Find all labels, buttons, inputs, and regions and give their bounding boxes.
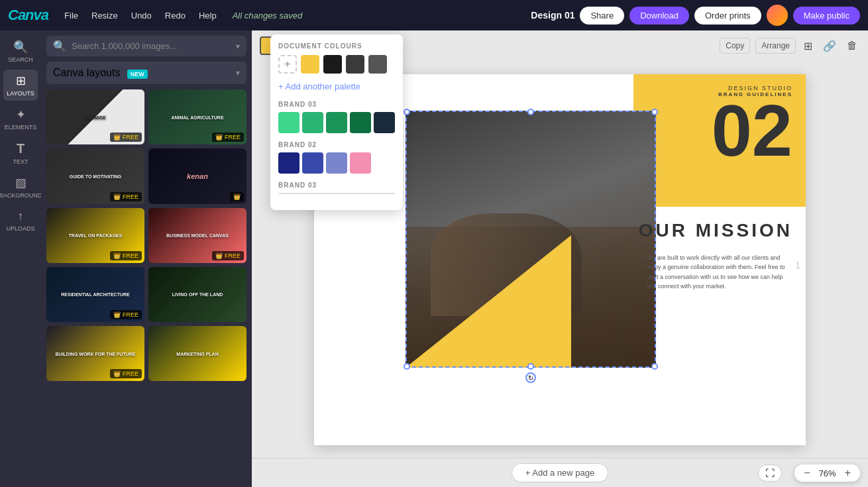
brand-02-color-4[interactable] bbox=[350, 152, 371, 174]
nav-help[interactable]: Help bbox=[193, 8, 222, 23]
layout-thumb-9[interactable]: BUILDING WORK FOR THE FUTURE 👑 FREE bbox=[46, 326, 144, 381]
topbar: Canva File Resize Undo Redo Help All cha… bbox=[0, 0, 868, 30]
zoom-controls: − 76% + bbox=[794, 464, 860, 482]
brand-03-color-1[interactable] bbox=[278, 112, 299, 133]
sidebar-label-elements: ELEMENTS bbox=[5, 124, 37, 131]
sidebar-item-search[interactable]: 🔍 SEARCH bbox=[3, 36, 38, 67]
zoom-in-button[interactable]: + bbox=[842, 467, 853, 479]
layouts-chevron-icon: ▾ bbox=[236, 68, 240, 78]
topbar-nav: File Resize Undo Redo Help bbox=[59, 8, 222, 23]
layout-thumb-7[interactable]: RESIDENTIAL ARCHITECTURE 👑 FREE bbox=[46, 267, 144, 322]
topbar-right: Design 01 Share Download Order prints Ma… bbox=[531, 5, 860, 26]
order-prints-button[interactable]: Order prints bbox=[694, 7, 761, 25]
sidebar-item-layouts[interactable]: ⊞ LAYOUTS bbox=[3, 70, 38, 101]
layout-thumb-10[interactable]: MARKETING PLAN bbox=[148, 326, 246, 381]
sidebar-label-background: BACKGROUND bbox=[0, 192, 42, 199]
grid-icon-button[interactable]: ⊞ bbox=[801, 37, 815, 55]
layout-thumb-1[interactable]: MINIMISE 👑 FREE bbox=[46, 89, 144, 144]
sidebar-item-uploads[interactable]: ↑ UPLOADS bbox=[3, 205, 38, 236]
sidebar-item-text[interactable]: T TEXT bbox=[3, 137, 38, 169]
sidebar-label-text: TEXT bbox=[13, 158, 28, 165]
copy-button[interactable]: Copy bbox=[720, 38, 750, 54]
canva-layouts-row[interactable]: Canva layouts NEW ▾ bbox=[46, 62, 246, 84]
nav-resize[interactable]: Resize bbox=[86, 8, 123, 23]
thumb-label-8: LIVING OFF THE LAND bbox=[172, 292, 223, 297]
layout-thumb-5[interactable]: TRAVEL ON PACKAGES 👑 FREE bbox=[46, 208, 144, 263]
layout-thumb-4[interactable]: kenan 👑 bbox=[148, 148, 246, 203]
layout-thumb-3[interactable]: GUIDE TO MOTIVATING 👑 FREE bbox=[46, 148, 144, 203]
free-badge-7: 👑 FREE bbox=[110, 310, 142, 319]
zoom-out-button[interactable]: − bbox=[801, 467, 812, 479]
sidebar-item-background[interactable]: ▧ BACKGROUND bbox=[3, 172, 38, 203]
brand-03-label: BRAND 03 bbox=[278, 101, 395, 108]
nav-file[interactable]: File bbox=[59, 8, 83, 23]
brand-02-color-1[interactable] bbox=[278, 152, 299, 174]
delete-icon-button[interactable]: 🗑 bbox=[844, 37, 860, 54]
brand-03-b-section: BRAND 03 bbox=[278, 182, 395, 194]
mission-body-text: We are built to work directly with all o… bbox=[647, 253, 792, 292]
brand-02-color-2[interactable] bbox=[302, 152, 323, 174]
free-badge-1: 👑 FREE bbox=[110, 133, 142, 142]
text-icon: T bbox=[17, 141, 25, 156]
main-layout: 🔍 SEARCH ⊞ LAYOUTS ✦ ELEMENTS T TEXT ▧ B… bbox=[0, 30, 868, 487]
thumb-label-4: kenan bbox=[187, 172, 208, 180]
rotate-handle[interactable]: ↻ bbox=[525, 372, 536, 383]
page-number: 1 bbox=[795, 260, 800, 270]
doc-color-4[interactable] bbox=[368, 55, 387, 74]
doc-colors-label: DOCUMENT COLOURS bbox=[278, 42, 395, 50]
search-input[interactable] bbox=[72, 41, 231, 51]
present-button[interactable]: ⛶ bbox=[758, 464, 782, 482]
sidebar-label-uploads: UPLOADS bbox=[6, 225, 34, 232]
canva-layouts-label: Canva layouts NEW bbox=[53, 67, 148, 79]
free-badge-5: 👑 FREE bbox=[110, 251, 142, 260]
uploads-icon: ↑ bbox=[18, 209, 24, 223]
brand-02-label: BRAND 02 bbox=[278, 141, 395, 148]
free-badge-4: 👑 bbox=[230, 192, 244, 201]
nav-redo[interactable]: Redo bbox=[160, 8, 191, 23]
link-icon-button[interactable]: 🔗 bbox=[820, 37, 839, 55]
thumb-label-1: MINIMISE bbox=[85, 115, 106, 119]
layout-thumb-2[interactable]: ANIMAL AGRICULTURE 👑 FREE bbox=[148, 89, 246, 144]
add-palette-link[interactable]: + Add another palette bbox=[278, 81, 395, 91]
brand-02-color-3[interactable] bbox=[326, 152, 347, 174]
sidebar-item-elements[interactable]: ✦ ELEMENTS bbox=[3, 103, 38, 135]
canvas-yellow-triangle bbox=[406, 235, 571, 368]
thumb-label-6: BUSINESS MODEL CANVAS bbox=[166, 233, 229, 238]
our-mission-heading: OUR MISSION bbox=[639, 220, 792, 241]
add-page-button[interactable]: + Add a new page bbox=[512, 463, 608, 482]
brand-03-color-3[interactable] bbox=[326, 112, 347, 133]
layout-thumb-8[interactable]: LIVING OFF THE LAND bbox=[148, 267, 246, 322]
brand-03-section: BRAND 03 bbox=[278, 101, 395, 133]
design-name: Design 01 bbox=[531, 10, 574, 21]
elements-icon: ✦ bbox=[16, 107, 26, 122]
search-box[interactable]: 🔍 ▾ bbox=[46, 36, 246, 56]
thumb-label-3: GUIDE TO MOTIVATING bbox=[70, 174, 122, 178]
download-button[interactable]: Download bbox=[629, 7, 689, 25]
make-public-button[interactable]: Make public bbox=[793, 7, 860, 25]
doc-colors-row: + bbox=[278, 55, 395, 74]
doc-color-1[interactable] bbox=[301, 55, 319, 74]
add-color-button[interactable]: + bbox=[278, 55, 297, 74]
search-chevron-icon: ▾ bbox=[236, 42, 240, 51]
share-button[interactable]: Share bbox=[580, 7, 624, 25]
brand-03-colors bbox=[278, 112, 395, 133]
thumb-label-10: MARKETING PLAN bbox=[176, 351, 218, 356]
brand-02-section: BRAND 02 bbox=[278, 141, 395, 174]
free-badge-2: 👑 FREE bbox=[212, 133, 244, 142]
brand-03-color-2[interactable] bbox=[302, 112, 323, 133]
doc-color-3[interactable] bbox=[346, 55, 364, 74]
zoom-percentage: 76% bbox=[816, 468, 840, 478]
brand-03-color-5[interactable] bbox=[374, 112, 395, 133]
layout-thumb-6[interactable]: BUSINESS MODEL CANVAS 👑 FREE bbox=[148, 208, 246, 263]
canvas-toolbar-right: Copy Arrange ⊞ 🔗 🗑 bbox=[720, 37, 860, 55]
arrange-button[interactable]: Arrange bbox=[755, 38, 796, 54]
nav-undo[interactable]: Undo bbox=[126, 8, 157, 23]
thumb-label-7: RESIDENTIAL ARCHITECTURE bbox=[61, 292, 129, 297]
brand-03-color-4[interactable] bbox=[350, 112, 371, 133]
brand-03-b-divider bbox=[278, 193, 395, 194]
avatar[interactable] bbox=[767, 5, 788, 26]
color-popup: DOCUMENT COLOURS + + Add another palette… bbox=[270, 34, 403, 210]
layouts-label-text: Canva layouts bbox=[53, 67, 120, 78]
doc-color-2[interactable] bbox=[323, 55, 342, 74]
brand-03-b-label: BRAND 03 bbox=[278, 182, 395, 189]
